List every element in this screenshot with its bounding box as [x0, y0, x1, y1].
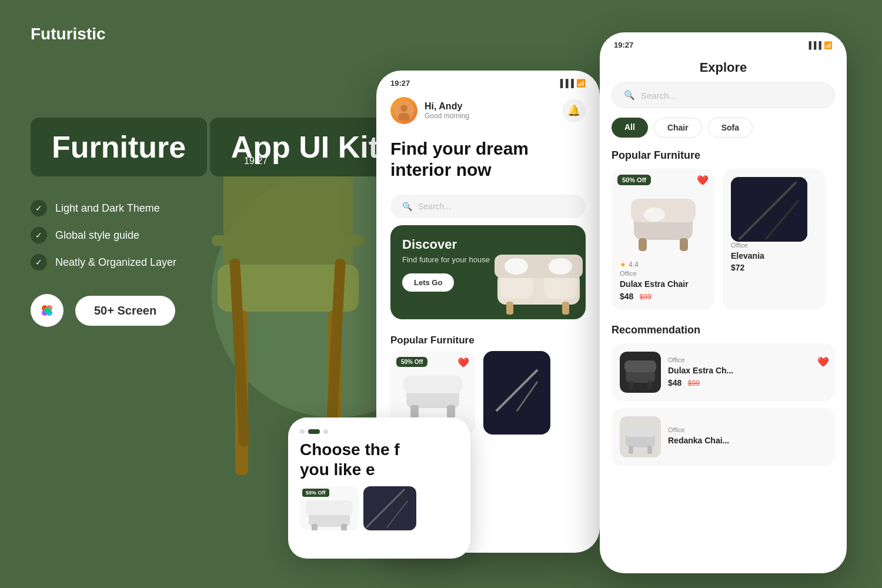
svg-point-21: [549, 258, 572, 275]
svg-rect-32: [312, 524, 318, 530]
time-display-2: 19:27: [614, 41, 633, 49]
explore-product-card-1[interactable]: 50% Off ❤️ ★ 4.4 Office Dulax Est: [612, 169, 714, 310]
rec-img-2: [620, 416, 661, 457]
rec-price-1: $48: [668, 378, 681, 387]
rec-name-1: Dulax Estra Ch...: [668, 366, 733, 375]
bottom-discount-1: 50% Off: [302, 489, 329, 497]
filter-tab-sofa[interactable]: Sofa: [708, 118, 753, 138]
check-icon-3: ✓: [31, 254, 47, 270]
status-icons-1: ▐▐▐ 📶: [557, 79, 586, 88]
explore-product-card-2[interactable]: Office Elevania $72: [723, 169, 826, 310]
svg-rect-25: [403, 376, 462, 393]
bottom-card-images: 50% Off: [300, 486, 459, 530]
hero-text: Find your dream interior now: [376, 131, 600, 188]
title-badge-furniture: Furniture: [31, 118, 207, 176]
filter-tab-all[interactable]: All: [612, 118, 648, 138]
feature-item-3: ✓ Neatly & Organized Layer: [31, 254, 417, 270]
svg-rect-31: [306, 500, 353, 515]
svg-rect-27: [447, 405, 455, 418]
rec-heart-1[interactable]: ❤️: [817, 356, 829, 368]
rec-info-1: ❤️ Office Dulax Estra Ch... $48 $99: [668, 356, 733, 388]
product-old-price-1: $99: [640, 293, 652, 301]
explore-product-row: 50% Off ❤️ ★ 4.4 Office Dulax Est: [600, 169, 847, 322]
rec-old-price-1: $99: [688, 379, 700, 387]
svg-rect-37: [631, 199, 696, 222]
phone-bottom-card: Choose the f you like e 50% Off: [288, 417, 470, 559]
popular-section-title: Popular Furniture: [376, 326, 600, 351]
avatar: [390, 97, 417, 124]
wifi-icon-2: 📶: [824, 41, 833, 49]
svg-rect-48: [647, 381, 652, 389]
svg-rect-26: [410, 405, 419, 418]
explore-search-bar[interactable]: 🔍 Search...: [612, 82, 835, 108]
hero-line1: Find your dream: [390, 139, 529, 158]
status-bar-2: 19:27 ▐▐▐ 📶: [600, 32, 847, 52]
wifi-icon: 📶: [576, 79, 586, 88]
greeting-name: Hi, Andy: [425, 101, 469, 112]
bottom-text-line2: you like e: [300, 460, 459, 480]
product-price-2: $72: [731, 263, 817, 272]
bell-icon: 🔔: [562, 99, 586, 122]
filter-tabs: All Chair Sofa: [600, 118, 847, 147]
figma-icon: [31, 294, 64, 327]
product-rating-1: ★ 4.4: [620, 260, 706, 269]
rec-item-1[interactable]: ❤️ Office Dulax Estra Ch... $48 $99: [600, 343, 847, 408]
rec-name-2: Redanka Chai...: [668, 436, 729, 445]
product-price-1: $48: [620, 292, 633, 301]
svg-rect-23: [562, 302, 569, 315]
sofa-image: [486, 243, 586, 319]
rec-item-2[interactable]: Office Redanka Chai...: [600, 408, 847, 473]
rec-card-2: Office Redanka Chai...: [612, 408, 835, 466]
signal-icon: ▐▐▐: [557, 79, 574, 88]
features-list: ✓ Light and Dark Theme ✓ Global style gu…: [31, 200, 417, 270]
feature-label-3: Neatly & Organized Layer: [55, 256, 176, 269]
explore-heart-1[interactable]: ❤️: [697, 175, 709, 186]
dots-row: [300, 429, 459, 434]
product-cat-2: Office: [731, 242, 817, 249]
explore-product-img-1: [622, 190, 704, 255]
discount-badge-1: 50% Off: [396, 357, 427, 367]
search-icon-1: 🔍: [402, 202, 412, 211]
discover-banner: Discover Find future for your house Lets…: [390, 225, 586, 319]
lets-go-button[interactable]: Lets Go: [402, 273, 454, 292]
explore-title: Explore: [600, 52, 847, 82]
explore-scroll[interactable]: Explore 🔍 Search... All Chair Sofa Popul…: [600, 52, 847, 557]
main-title: Furniture: [52, 129, 186, 165]
rec-img-1: [620, 352, 661, 393]
svg-rect-52: [629, 446, 633, 454]
signal-bars: ▐▐▐: [806, 41, 821, 49]
feature-label-2: Global style guide: [55, 229, 139, 242]
bottom-card-text: Choose the f you like e: [300, 440, 459, 479]
svg-rect-40: [680, 238, 688, 251]
svg-rect-47: [629, 381, 633, 389]
explore-discount-1: 50% Off: [617, 175, 651, 185]
rating-value-1: 4.4: [629, 260, 639, 269]
feature-item-1: ✓ Light and Dark Theme: [31, 200, 417, 216]
phone-mockup-right: 19:27 ▐▐▐ 📶 Explore 🔍 Search... All Chai…: [600, 32, 847, 573]
filter-tab-chair[interactable]: Chair: [654, 118, 702, 138]
rec-price-row-1: $48 $99: [668, 377, 733, 388]
svg-point-20: [505, 258, 528, 275]
brand-title: Futuristic: [31, 25, 106, 44]
phone-header-1: Hi, Andy Good morning 🔔: [376, 92, 600, 131]
search-bar-1[interactable]: 🔍 Search...: [390, 195, 586, 218]
svg-rect-33: [341, 524, 347, 530]
product-name-2: Elevania: [731, 251, 817, 260]
popular-title-2: Popular Furniture: [600, 147, 847, 169]
svg-point-14: [400, 105, 407, 112]
svg-rect-22: [506, 302, 513, 315]
left-content-area: Furniture App UI Kits ✓ Light and Dark T…: [31, 118, 417, 327]
bottom-bar: 50+ Screen: [31, 294, 417, 327]
user-info: Hi, Andy Good morning: [390, 97, 469, 124]
search-icon-2: 🔍: [624, 90, 635, 101]
dot-3: [323, 429, 328, 434]
product-card-2[interactable]: [483, 351, 550, 435]
heart-icon-1[interactable]: ❤️: [457, 357, 469, 368]
svg-point-4: [44, 308, 50, 313]
recommendation-title: Recommendation: [600, 322, 847, 343]
screen-count-badge: 50+ Screen: [75, 296, 175, 326]
bottom-text-line1: Choose the f: [300, 440, 459, 460]
rec-cat-1: Office: [668, 356, 733, 363]
product-price-row-1: $48 $99: [620, 291, 706, 302]
star-icon: ★: [620, 260, 626, 269]
